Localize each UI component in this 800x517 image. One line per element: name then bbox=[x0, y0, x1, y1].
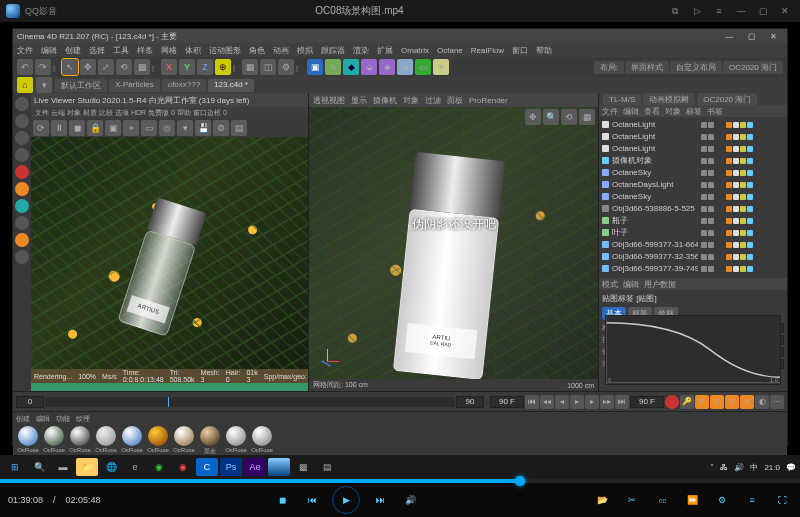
lv-pick-icon[interactable]: ⌖ bbox=[123, 120, 139, 136]
menu-12[interactable]: 跟踪器 bbox=[321, 45, 345, 56]
obj-menu-3[interactable]: 对象 bbox=[665, 106, 681, 117]
lv-settings-icon[interactable]: ⚙ bbox=[213, 120, 229, 136]
tray-ime-icon[interactable]: 中 bbox=[750, 462, 758, 473]
material-4[interactable]: OcRose bbox=[120, 426, 144, 456]
menu-10[interactable]: 动画 bbox=[273, 45, 289, 56]
menu-0[interactable]: 文件 bbox=[17, 45, 33, 56]
axis-mode[interactable] bbox=[15, 216, 29, 230]
tl-kf-pla[interactable]: ◐ bbox=[755, 395, 769, 409]
tl-more[interactable]: ⋯ bbox=[770, 395, 784, 409]
menu-4[interactable]: 工具 bbox=[113, 45, 129, 56]
tl-endF[interactable] bbox=[630, 396, 664, 408]
falloff-curve[interactable]: 0 1.0 bbox=[605, 315, 781, 385]
player-sub-icon[interactable]: ㏄ bbox=[652, 490, 672, 510]
lv-menu-3[interactable]: 材质 bbox=[83, 108, 97, 118]
obj-row-3[interactable]: 摄像机对象 bbox=[602, 155, 784, 166]
doc-tab-3[interactable]: 123.c4d * bbox=[208, 79, 254, 92]
vp-pan-icon[interactable]: ✥ bbox=[525, 109, 541, 125]
make-editable[interactable] bbox=[15, 97, 29, 111]
lv-focus-icon[interactable]: ◎ bbox=[159, 120, 175, 136]
menu-14[interactable]: 扩展 bbox=[377, 45, 393, 56]
prim-environment[interactable]: ☁ bbox=[397, 59, 413, 75]
tl-end[interactable] bbox=[456, 396, 484, 408]
vp-tab-3[interactable]: 对象 bbox=[403, 95, 419, 106]
material-9[interactable]: OcRose bbox=[250, 426, 274, 456]
lv-save-icon[interactable]: 💾 bbox=[195, 120, 211, 136]
material-6[interactable]: OcRose bbox=[172, 426, 196, 456]
prim-deformer[interactable]: ◈ bbox=[379, 59, 395, 75]
attr-menu-1[interactable]: 编辑 bbox=[623, 279, 639, 290]
tb-qqplay-icon[interactable] bbox=[268, 458, 290, 476]
lv-menu-7[interactable]: 帮助 bbox=[177, 108, 191, 118]
material-1[interactable]: OcRose bbox=[42, 426, 66, 456]
lv-menu-2[interactable]: 对象 bbox=[67, 108, 81, 118]
lv-refresh[interactable]: ⟳ bbox=[33, 120, 49, 136]
tl-prev-icon[interactable]: ◂ bbox=[555, 395, 569, 409]
menu-9[interactable]: 角色 bbox=[249, 45, 265, 56]
obj-menu-4[interactable]: 标签 bbox=[686, 106, 702, 117]
prim-nurbs[interactable]: ◆ bbox=[343, 59, 359, 75]
player-play-icon[interactable]: ▶ bbox=[332, 486, 360, 514]
menu-1[interactable]: 编辑 bbox=[41, 45, 57, 56]
menu-11[interactable]: 模拟 bbox=[297, 45, 313, 56]
lv-menu-4[interactable]: 比较 bbox=[99, 108, 113, 118]
lv-region-icon[interactable]: ▭ bbox=[141, 120, 157, 136]
viewport-scene[interactable]: ARTIUEAL RAD 伪阴影还没开吧 ✥ 🔍 ⟲ ▦ bbox=[309, 107, 598, 379]
layout-tab-1[interactable]: 界面样式 bbox=[625, 61, 669, 74]
doc-tab-1[interactable]: X-Particles bbox=[109, 79, 160, 92]
vp-tab-0[interactable]: 透视视图 bbox=[313, 95, 345, 106]
obj-row-7[interactable]: Obj3d66-538886-5-525 bbox=[602, 203, 784, 214]
prim-generator[interactable]: ⬙ bbox=[361, 59, 377, 75]
lv-cam-icon[interactable]: ▣ bbox=[105, 120, 121, 136]
axis-y[interactable]: Y bbox=[179, 59, 195, 75]
lv-stop[interactable]: ◼ bbox=[69, 120, 85, 136]
material-0[interactable]: OcRose bbox=[16, 426, 40, 456]
vp-tab-5[interactable]: 面板 bbox=[447, 95, 463, 106]
workplane-mode[interactable] bbox=[15, 148, 29, 162]
lv-pause[interactable]: ⏸ bbox=[51, 120, 67, 136]
tl-first-icon[interactable]: ⏮ bbox=[525, 395, 539, 409]
prim-camera[interactable]: ▭ bbox=[415, 59, 431, 75]
c4d-window-controls[interactable]: — ▢ ✕ bbox=[726, 32, 783, 41]
rtab-0[interactable]: TL-M/S bbox=[603, 94, 641, 105]
poly-mode[interactable] bbox=[15, 199, 29, 213]
point-mode[interactable] bbox=[15, 165, 29, 179]
menu-16[interactable]: Octane bbox=[437, 46, 463, 55]
material-5[interactable]: OcRose bbox=[146, 426, 170, 456]
player-stop-icon[interactable]: ◼ bbox=[272, 490, 292, 510]
recent-tool[interactable]: ▩ bbox=[134, 59, 150, 75]
coord-system[interactable]: ⊕ bbox=[215, 59, 231, 75]
render-settings[interactable]: ⚙ bbox=[278, 59, 294, 75]
viewport-solo[interactable] bbox=[15, 250, 29, 264]
snap-toggle[interactable] bbox=[15, 233, 29, 247]
prim-spline[interactable]: ∿ bbox=[325, 59, 341, 75]
doc-tab-0[interactable]: 默认工作区 bbox=[55, 79, 107, 92]
menu-13[interactable]: 渲染 bbox=[353, 45, 369, 56]
menu-5[interactable]: 样条 bbox=[137, 45, 153, 56]
tl-track[interactable] bbox=[45, 397, 455, 407]
menu-2[interactable]: 创建 bbox=[65, 45, 81, 56]
edge-mode[interactable] bbox=[15, 182, 29, 196]
tb-wechat-icon[interactable]: ◉ bbox=[148, 458, 170, 476]
material-8[interactable]: OcRose bbox=[224, 426, 248, 456]
player-prev-icon[interactable]: ⏮ bbox=[302, 490, 322, 510]
vp-tab-1[interactable]: 显示 bbox=[351, 95, 367, 106]
tb-edge-icon[interactable]: e bbox=[124, 458, 146, 476]
obj-row-4[interactable]: OctaneSky bbox=[602, 167, 784, 178]
material-2[interactable]: OcRose bbox=[68, 426, 92, 456]
layout-tab-3[interactable]: OC2020 海门 bbox=[723, 61, 783, 74]
obj-row-5[interactable]: OctaneDaysLight bbox=[602, 179, 784, 190]
lv-menu-0[interactable]: 文件 bbox=[35, 108, 49, 118]
tl-next-icon[interactable]: ▸ bbox=[585, 395, 599, 409]
undo-button[interactable]: ↶ bbox=[17, 59, 33, 75]
obj-menu-0[interactable]: 文件 bbox=[602, 106, 618, 117]
doc-tab-2[interactable]: ofoxx??? bbox=[162, 79, 206, 92]
tl-cur[interactable] bbox=[490, 396, 524, 408]
move-tool[interactable]: ✥ bbox=[80, 59, 96, 75]
tb-c4d-icon[interactable]: C bbox=[196, 458, 218, 476]
obj-row-8[interactable]: 瓶子 bbox=[602, 215, 784, 226]
tl-record-icon[interactable] bbox=[665, 395, 679, 409]
menu-7[interactable]: 体积 bbox=[185, 45, 201, 56]
tab-more-icon[interactable]: ▾ bbox=[36, 77, 52, 93]
texture-mode[interactable] bbox=[15, 131, 29, 145]
